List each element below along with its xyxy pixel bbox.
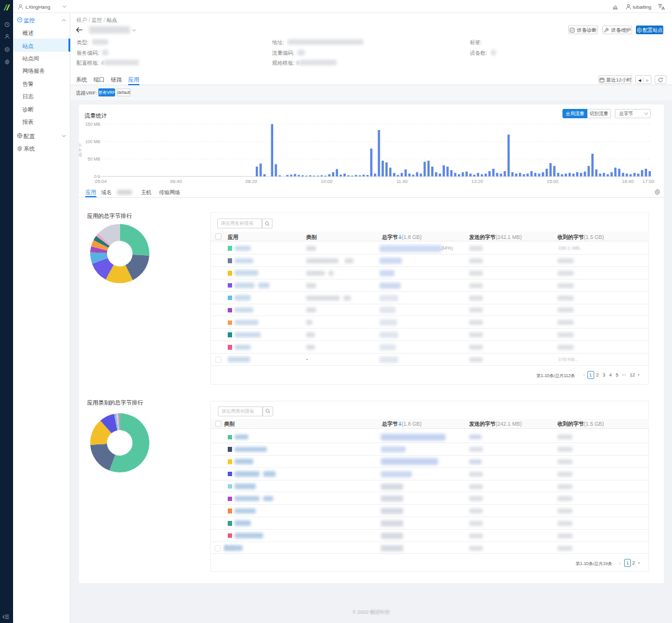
svg-text:150 MB: 150 MB — [85, 122, 100, 126]
svg-text:50 MB: 50 MB — [88, 157, 101, 161]
svg-text:11:40: 11:40 — [396, 179, 408, 184]
svg-text:总字节: 总字节 — [79, 143, 82, 157]
svg-text:10:00: 10:00 — [321, 179, 333, 184]
svg-text:16:40: 16:40 — [622, 179, 634, 184]
svg-text:100 MB: 100 MB — [85, 139, 100, 144]
svg-text:08:20: 08:20 — [246, 179, 258, 184]
svg-text:06:40: 06:40 — [170, 179, 182, 184]
svg-text:17:00: 17:00 — [643, 179, 655, 184]
svg-text:05:04: 05:04 — [95, 179, 107, 184]
svg-text:15:00: 15:00 — [547, 179, 559, 184]
svg-text:13:20: 13:20 — [472, 179, 483, 184]
